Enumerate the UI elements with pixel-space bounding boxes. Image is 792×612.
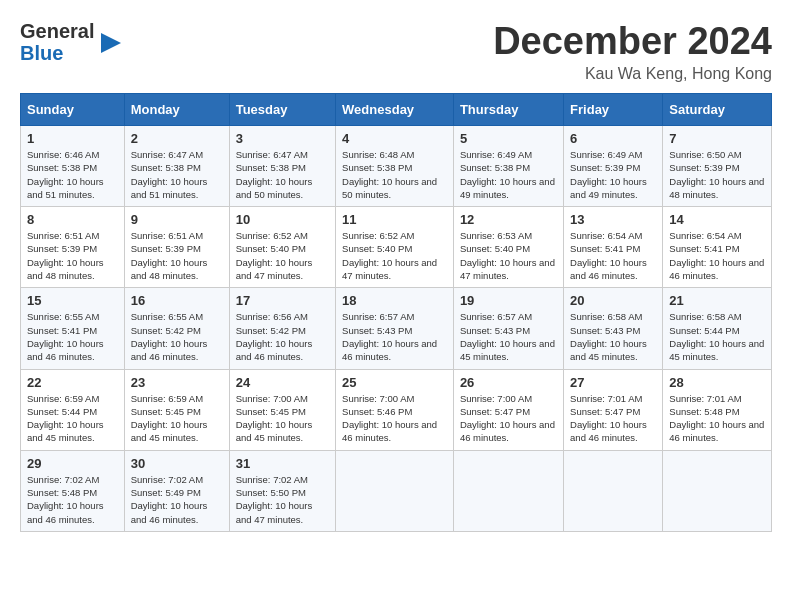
calendar-week-row: 1 Sunrise: 6:46 AMSunset: 5:38 PMDayligh… [21, 126, 772, 207]
logo: General Blue [20, 20, 125, 64]
day-info: Sunrise: 6:46 AMSunset: 5:38 PMDaylight:… [27, 149, 104, 200]
calendar-cell: 20 Sunrise: 6:58 AMSunset: 5:43 PMDaylig… [564, 288, 663, 369]
calendar-cell [453, 450, 563, 531]
day-number: 12 [460, 212, 557, 227]
day-info: Sunrise: 6:49 AMSunset: 5:39 PMDaylight:… [570, 149, 647, 200]
calendar-title: December 2024 [493, 20, 772, 63]
day-number: 6 [570, 131, 656, 146]
day-number: 23 [131, 375, 223, 390]
day-info: Sunrise: 7:00 AMSunset: 5:46 PMDaylight:… [342, 393, 437, 444]
day-number: 8 [27, 212, 118, 227]
day-info: Sunrise: 6:57 AMSunset: 5:43 PMDaylight:… [342, 311, 437, 362]
calendar-cell: 19 Sunrise: 6:57 AMSunset: 5:43 PMDaylig… [453, 288, 563, 369]
day-info: Sunrise: 7:01 AMSunset: 5:47 PMDaylight:… [570, 393, 647, 444]
calendar-cell [663, 450, 772, 531]
day-info: Sunrise: 7:02 AMSunset: 5:49 PMDaylight:… [131, 474, 208, 525]
calendar-cell: 9 Sunrise: 6:51 AMSunset: 5:39 PMDayligh… [124, 207, 229, 288]
calendar-cell: 29 Sunrise: 7:02 AMSunset: 5:48 PMDaylig… [21, 450, 125, 531]
calendar-cell: 28 Sunrise: 7:01 AMSunset: 5:48 PMDaylig… [663, 369, 772, 450]
day-number: 4 [342, 131, 447, 146]
day-info: Sunrise: 6:51 AMSunset: 5:39 PMDaylight:… [27, 230, 104, 281]
day-number: 9 [131, 212, 223, 227]
calendar-cell: 26 Sunrise: 7:00 AMSunset: 5:47 PMDaylig… [453, 369, 563, 450]
day-number: 24 [236, 375, 329, 390]
day-info: Sunrise: 6:49 AMSunset: 5:38 PMDaylight:… [460, 149, 555, 200]
day-number: 1 [27, 131, 118, 146]
col-sunday: Sunday [21, 94, 125, 126]
day-number: 16 [131, 293, 223, 308]
calendar-cell: 27 Sunrise: 7:01 AMSunset: 5:47 PMDaylig… [564, 369, 663, 450]
day-number: 27 [570, 375, 656, 390]
day-number: 26 [460, 375, 557, 390]
calendar-cell [336, 450, 454, 531]
day-info: Sunrise: 6:59 AMSunset: 5:45 PMDaylight:… [131, 393, 208, 444]
calendar-week-row: 15 Sunrise: 6:55 AMSunset: 5:41 PMDaylig… [21, 288, 772, 369]
calendar-cell: 8 Sunrise: 6:51 AMSunset: 5:39 PMDayligh… [21, 207, 125, 288]
day-info: Sunrise: 6:56 AMSunset: 5:42 PMDaylight:… [236, 311, 313, 362]
calendar-cell: 7 Sunrise: 6:50 AMSunset: 5:39 PMDayligh… [663, 126, 772, 207]
calendar-header-row: Sunday Monday Tuesday Wednesday Thursday… [21, 94, 772, 126]
calendar-cell: 2 Sunrise: 6:47 AMSunset: 5:38 PMDayligh… [124, 126, 229, 207]
day-info: Sunrise: 7:02 AMSunset: 5:50 PMDaylight:… [236, 474, 313, 525]
calendar-cell: 22 Sunrise: 6:59 AMSunset: 5:44 PMDaylig… [21, 369, 125, 450]
calendar-cell: 15 Sunrise: 6:55 AMSunset: 5:41 PMDaylig… [21, 288, 125, 369]
day-info: Sunrise: 6:59 AMSunset: 5:44 PMDaylight:… [27, 393, 104, 444]
day-number: 18 [342, 293, 447, 308]
day-info: Sunrise: 6:54 AMSunset: 5:41 PMDaylight:… [669, 230, 764, 281]
calendar-cell [564, 450, 663, 531]
calendar-cell: 4 Sunrise: 6:48 AMSunset: 5:38 PMDayligh… [336, 126, 454, 207]
calendar-cell: 11 Sunrise: 6:52 AMSunset: 5:40 PMDaylig… [336, 207, 454, 288]
day-number: 11 [342, 212, 447, 227]
day-info: Sunrise: 6:55 AMSunset: 5:41 PMDaylight:… [27, 311, 104, 362]
calendar-subtitle: Kau Wa Keng, Hong Kong [493, 65, 772, 83]
day-info: Sunrise: 6:52 AMSunset: 5:40 PMDaylight:… [342, 230, 437, 281]
calendar-cell: 10 Sunrise: 6:52 AMSunset: 5:40 PMDaylig… [229, 207, 335, 288]
day-info: Sunrise: 7:00 AMSunset: 5:45 PMDaylight:… [236, 393, 313, 444]
day-info: Sunrise: 6:47 AMSunset: 5:38 PMDaylight:… [131, 149, 208, 200]
calendar-table: Sunday Monday Tuesday Wednesday Thursday… [20, 93, 772, 532]
day-number: 29 [27, 456, 118, 471]
calendar-cell: 24 Sunrise: 7:00 AMSunset: 5:45 PMDaylig… [229, 369, 335, 450]
day-number: 25 [342, 375, 447, 390]
calendar-cell: 14 Sunrise: 6:54 AMSunset: 5:41 PMDaylig… [663, 207, 772, 288]
calendar-cell: 17 Sunrise: 6:56 AMSunset: 5:42 PMDaylig… [229, 288, 335, 369]
calendar-cell: 23 Sunrise: 6:59 AMSunset: 5:45 PMDaylig… [124, 369, 229, 450]
day-number: 14 [669, 212, 765, 227]
day-number: 5 [460, 131, 557, 146]
day-number: 28 [669, 375, 765, 390]
col-wednesday: Wednesday [336, 94, 454, 126]
day-number: 19 [460, 293, 557, 308]
day-info: Sunrise: 6:54 AMSunset: 5:41 PMDaylight:… [570, 230, 647, 281]
svg-marker-0 [101, 33, 121, 53]
day-info: Sunrise: 6:51 AMSunset: 5:39 PMDaylight:… [131, 230, 208, 281]
calendar-cell: 18 Sunrise: 6:57 AMSunset: 5:43 PMDaylig… [336, 288, 454, 369]
col-thursday: Thursday [453, 94, 563, 126]
day-info: Sunrise: 7:01 AMSunset: 5:48 PMDaylight:… [669, 393, 764, 444]
day-number: 22 [27, 375, 118, 390]
day-number: 17 [236, 293, 329, 308]
day-number: 7 [669, 131, 765, 146]
calendar-cell: 30 Sunrise: 7:02 AMSunset: 5:49 PMDaylig… [124, 450, 229, 531]
calendar-cell: 12 Sunrise: 6:53 AMSunset: 5:40 PMDaylig… [453, 207, 563, 288]
title-section: December 2024 Kau Wa Keng, Hong Kong [493, 20, 772, 83]
calendar-cell: 13 Sunrise: 6:54 AMSunset: 5:41 PMDaylig… [564, 207, 663, 288]
day-info: Sunrise: 6:58 AMSunset: 5:43 PMDaylight:… [570, 311, 647, 362]
calendar-cell: 5 Sunrise: 6:49 AMSunset: 5:38 PMDayligh… [453, 126, 563, 207]
day-info: Sunrise: 6:48 AMSunset: 5:38 PMDaylight:… [342, 149, 437, 200]
day-info: Sunrise: 6:52 AMSunset: 5:40 PMDaylight:… [236, 230, 313, 281]
calendar-cell: 16 Sunrise: 6:55 AMSunset: 5:42 PMDaylig… [124, 288, 229, 369]
day-info: Sunrise: 6:53 AMSunset: 5:40 PMDaylight:… [460, 230, 555, 281]
day-info: Sunrise: 6:57 AMSunset: 5:43 PMDaylight:… [460, 311, 555, 362]
day-number: 3 [236, 131, 329, 146]
day-number: 10 [236, 212, 329, 227]
day-info: Sunrise: 7:00 AMSunset: 5:47 PMDaylight:… [460, 393, 555, 444]
day-info: Sunrise: 6:50 AMSunset: 5:39 PMDaylight:… [669, 149, 764, 200]
calendar-week-row: 29 Sunrise: 7:02 AMSunset: 5:48 PMDaylig… [21, 450, 772, 531]
calendar-week-row: 8 Sunrise: 6:51 AMSunset: 5:39 PMDayligh… [21, 207, 772, 288]
day-info: Sunrise: 7:02 AMSunset: 5:48 PMDaylight:… [27, 474, 104, 525]
day-number: 31 [236, 456, 329, 471]
day-number: 15 [27, 293, 118, 308]
col-saturday: Saturday [663, 94, 772, 126]
day-number: 21 [669, 293, 765, 308]
calendar-cell: 6 Sunrise: 6:49 AMSunset: 5:39 PMDayligh… [564, 126, 663, 207]
